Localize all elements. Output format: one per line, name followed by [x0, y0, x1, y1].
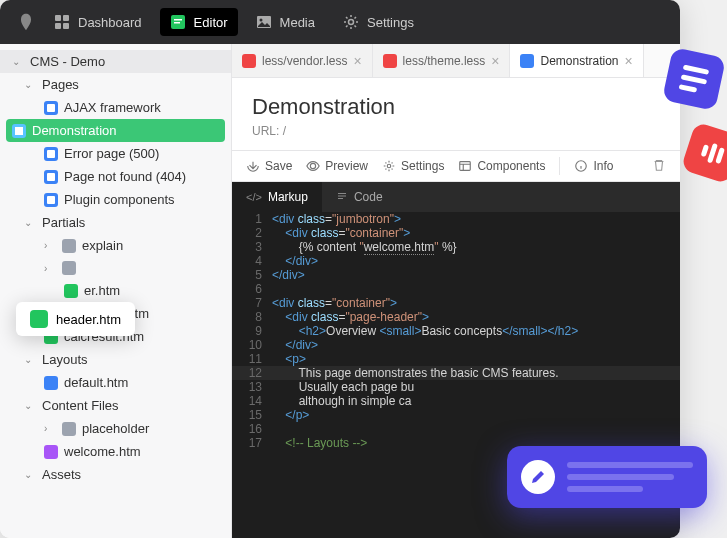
tab-demonstration[interactable]: Demonstration× [510, 44, 643, 77]
editor-tabs: </>Markup Code [232, 182, 680, 212]
tab-vendor-less[interactable]: less/vendor.less× [232, 44, 373, 77]
code-icon [336, 190, 348, 204]
folder-icon [62, 239, 76, 253]
components-button[interactable]: Components [458, 159, 545, 173]
folder-icon [62, 422, 76, 436]
nav-media[interactable]: Media [246, 8, 325, 36]
svg-rect-12 [47, 150, 55, 158]
settings-icon [343, 14, 359, 30]
tree-layouts[interactable]: Layouts [0, 348, 231, 371]
less-icon [242, 54, 256, 68]
page-url: URL: / [252, 124, 660, 138]
page-icon [44, 101, 58, 115]
nav-dashboard-label: Dashboard [78, 15, 142, 30]
markup-icon: </> [246, 191, 262, 203]
tab-theme-less[interactable]: less/theme.less× [373, 44, 511, 77]
tree-folder-explain[interactable]: explain [0, 234, 231, 257]
page-header: Demonstration URL: / [232, 78, 680, 150]
svg-point-16 [387, 164, 391, 168]
nav-media-label: Media [280, 15, 315, 30]
tree-folder-hidden[interactable] [0, 257, 231, 279]
tree-root[interactable]: CMS - Demo [0, 50, 231, 73]
tree-content[interactable]: Content Files [0, 394, 231, 417]
svg-rect-5 [174, 19, 182, 21]
layout-icon [44, 376, 58, 390]
tree-content-welcome[interactable]: welcome.htm [0, 440, 231, 463]
tree-page-ajax[interactable]: AJAX framework [0, 96, 231, 119]
nav-editor[interactable]: Editor [160, 8, 238, 36]
decorative-card-chart [680, 121, 727, 184]
partial-icon [30, 310, 48, 328]
tab-close-icon[interactable]: × [491, 53, 499, 69]
page-title: Demonstration [252, 94, 660, 120]
tree-page-plugin[interactable]: Plugin components [0, 188, 231, 211]
delete-button[interactable] [652, 158, 666, 175]
dashboard-icon [54, 14, 70, 30]
tab-close-icon[interactable]: × [353, 53, 361, 69]
editor-icon [170, 14, 186, 30]
svg-rect-1 [63, 15, 69, 21]
page-icon [520, 54, 534, 68]
floating-file-tag[interactable]: header.htm [16, 302, 135, 336]
page-toolbar: Save Preview Settings Components Info [232, 150, 680, 182]
tree-partial-trunc[interactable]: er.htm [0, 279, 231, 302]
page-icon [44, 170, 58, 184]
svg-rect-17 [460, 162, 471, 171]
info-button[interactable]: Info [574, 159, 613, 173]
svg-rect-11 [15, 127, 23, 135]
svg-rect-13 [47, 173, 55, 181]
svg-rect-3 [63, 23, 69, 29]
tree-partials[interactable]: Partials [0, 211, 231, 234]
settings-button[interactable]: Settings [382, 159, 444, 173]
content-icon [44, 445, 58, 459]
folder-icon [62, 261, 76, 275]
page-icon [44, 147, 58, 161]
nav-settings-label: Settings [367, 15, 414, 30]
page-icon [44, 193, 58, 207]
decorative-note-card [507, 446, 707, 508]
tree-page-error[interactable]: Error page (500) [0, 142, 231, 165]
app-logo-icon [16, 12, 36, 32]
save-button[interactable]: Save [246, 159, 292, 173]
tree-layout-default[interactable]: default.htm [0, 371, 231, 394]
pencil-icon [521, 460, 555, 494]
page-icon [12, 124, 26, 138]
svg-rect-0 [55, 15, 61, 21]
nav-settings[interactable]: Settings [333, 8, 424, 36]
tree-pages[interactable]: Pages [0, 73, 231, 96]
svg-rect-6 [174, 22, 180, 24]
preview-button[interactable]: Preview [306, 159, 368, 173]
tree-page-404[interactable]: Page not found (404) [0, 165, 231, 188]
tree-assets[interactable]: Assets [0, 463, 231, 486]
nav-editor-label: Editor [194, 15, 228, 30]
decorative-card-document [662, 47, 726, 111]
media-icon [256, 14, 272, 30]
svg-point-8 [259, 19, 262, 22]
nav-dashboard[interactable]: Dashboard [44, 8, 152, 36]
code-tab[interactable]: Code [322, 182, 397, 212]
svg-point-9 [349, 20, 354, 25]
svg-point-15 [311, 163, 316, 168]
tree-folder-placeholder[interactable]: placeholder [0, 417, 231, 440]
less-icon [383, 54, 397, 68]
tab-close-icon[interactable]: × [625, 53, 633, 69]
sidebar: CMS - Demo Pages AJAX framework Demonstr… [0, 44, 232, 538]
svg-rect-14 [47, 196, 55, 204]
tree-page-demonstration[interactable]: Demonstration [6, 119, 225, 142]
file-tabs: less/vendor.less× less/theme.less× Demon… [232, 44, 680, 78]
toolbar-separator [559, 157, 560, 175]
partial-icon [64, 284, 78, 298]
markup-tab[interactable]: </>Markup [232, 182, 322, 212]
svg-rect-2 [55, 23, 61, 29]
svg-rect-10 [47, 104, 55, 112]
top-navigation: Dashboard Editor Media Settings [0, 0, 680, 44]
